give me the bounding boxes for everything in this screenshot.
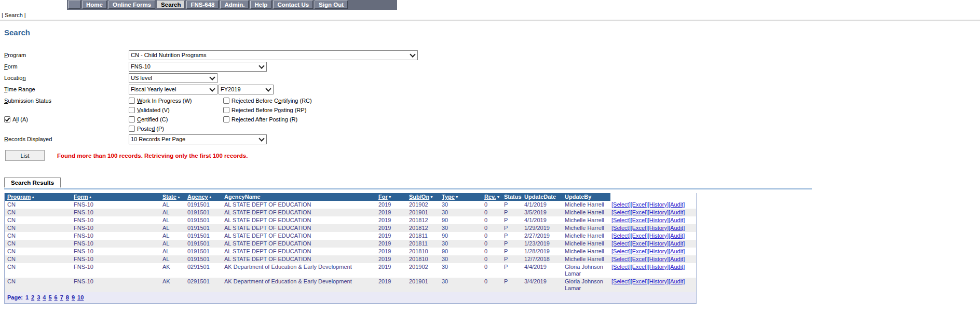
nav-item-help[interactable]: Help <box>250 1 271 9</box>
action-select-link[interactable]: [Select] <box>611 233 631 239</box>
page-link-1: 1 <box>25 294 29 301</box>
time-range-level-select[interactable]: Fiscal Yearly level <box>129 85 217 94</box>
breadcrumb-text[interactable]: | Search | <box>2 12 26 18</box>
action-excel-link[interactable]: [Excel] <box>631 225 648 231</box>
nav-item-sign-out[interactable]: Sign Out <box>315 1 348 9</box>
sort-desc-icon: ▼ <box>455 195 459 199</box>
actions-row: List Found more than 100 records. Retrie… <box>5 150 980 161</box>
page-link-6[interactable]: 6 <box>55 294 58 301</box>
action-audit-link[interactable]: [Audit] <box>669 264 685 270</box>
action-history-link[interactable]: [History] <box>648 201 669 208</box>
nav-item-admin[interactable]: Admin. <box>220 1 249 9</box>
action-audit-link[interactable]: [Audit] <box>669 225 685 231</box>
action-audit-link[interactable]: [Audit] <box>669 209 685 215</box>
dropdown-chevron-icon <box>209 86 215 91</box>
status-checkbox-rejected-before-posting[interactable]: Rejected Before Posting (RP) <box>223 105 312 115</box>
nav-item-contact-us[interactable]: Contact Us <box>273 1 313 9</box>
action-audit-link[interactable]: [Audit] <box>669 256 685 262</box>
nav-item-fns-648[interactable]: FNS-648 <box>186 1 219 9</box>
action-excel-link[interactable]: [Excel] <box>631 233 648 239</box>
page-link-4[interactable]: 4 <box>43 294 46 301</box>
page-link-8[interactable]: 8 <box>66 294 69 301</box>
checkbox-icon <box>129 98 135 104</box>
page-link-2[interactable]: 2 <box>31 294 34 301</box>
action-excel-link[interactable]: [Excel] <box>631 278 648 284</box>
time-range-year-select[interactable]: FY2019 <box>219 85 274 94</box>
action-audit-link[interactable]: [Audit] <box>669 201 685 208</box>
status-checkbox-rejected-before-certifying[interactable]: Rejected Before Certifying (RC) <box>223 96 312 105</box>
action-audit-link[interactable]: [Audit] <box>669 240 685 247</box>
nav-item-search[interactable]: Search <box>157 1 185 9</box>
action-excel-link[interactable]: [Excel] <box>631 201 648 208</box>
action-audit-link[interactable]: [Audit] <box>669 248 685 254</box>
action-history-link[interactable]: [History] <box>648 217 669 223</box>
search-results-section: Search Results Program▲Form▲State▲Agency… <box>4 176 980 304</box>
action-select-link[interactable]: [Select] <box>611 256 631 262</box>
action-history-link[interactable]: [History] <box>648 256 669 262</box>
action-select-link[interactable]: [Select] <box>611 225 631 231</box>
action-select-link[interactable]: [Select] <box>611 248 631 254</box>
action-history-link[interactable]: [History] <box>648 264 669 270</box>
sort-asc-icon: ▲ <box>31 195 35 199</box>
program-select[interactable]: CN - Child Nutrition Programs <box>129 50 418 60</box>
action-history-link[interactable]: [History] <box>648 248 669 254</box>
action-history-link[interactable]: [History] <box>648 209 669 215</box>
form-select[interactable]: FNS-10 <box>129 62 267 72</box>
action-select-link[interactable]: [Select] <box>611 278 631 284</box>
status-checkbox-all[interactable]: All (A) <box>4 115 129 124</box>
column-header-program[interactable]: Program▲ <box>5 193 73 201</box>
status-checkbox-work-in-progress[interactable]: Work In Progress (W) <box>129 96 223 105</box>
action-history-link[interactable]: [History] <box>648 233 669 239</box>
action-excel-link[interactable]: [Excel] <box>631 256 648 262</box>
page-link-9[interactable]: 9 <box>72 294 75 301</box>
page-link-3[interactable]: 3 <box>37 294 40 301</box>
checkbox-icon <box>129 107 135 113</box>
action-audit-link[interactable]: [Audit] <box>669 278 685 284</box>
action-history-link[interactable]: [History] <box>648 278 669 284</box>
column-header-rev[interactable]: Rev.▼ <box>483 193 503 201</box>
action-select-link[interactable]: [Select] <box>611 240 631 247</box>
results-table: Program▲Form▲State▲Agency▲AgencyNameFor▼… <box>5 193 696 292</box>
status-checkbox-posted[interactable]: Posted (P) <box>129 124 223 133</box>
column-header-state[interactable]: State▲ <box>161 193 186 201</box>
action-excel-link[interactable]: [Excel] <box>631 209 648 215</box>
action-excel-link[interactable]: [Excel] <box>631 264 648 270</box>
column-header-agency[interactable]: Agency▲ <box>186 193 223 201</box>
records-displayed-select[interactable]: 10 Records Per Page <box>129 134 267 144</box>
column-header-for[interactable]: For▼ <box>377 193 408 201</box>
nav-item-home[interactable]: Home <box>82 1 107 9</box>
location-select-value: US level <box>131 75 207 81</box>
action-select-link[interactable]: [Select] <box>611 217 631 223</box>
action-excel-link[interactable]: [Excel] <box>631 240 648 247</box>
page-link-10[interactable]: 10 <box>77 294 84 301</box>
action-history-link[interactable]: [History] <box>648 225 669 231</box>
sort-desc-icon: ▼ <box>388 195 392 199</box>
time-range-year-value: FY2019 <box>221 86 263 92</box>
action-select-link[interactable]: [Select] <box>611 264 631 270</box>
action-audit-link[interactable]: [Audit] <box>669 233 685 239</box>
action-history-link[interactable]: [History] <box>648 240 669 247</box>
column-header-sub-on[interactable]: Sub/On▼ <box>408 193 441 201</box>
status-checkbox-certified[interactable]: Certified (C) <box>129 115 223 124</box>
action-excel-link[interactable]: [Excel] <box>631 248 648 254</box>
dropdown-chevron-icon <box>258 63 264 69</box>
page-link-5[interactable]: 5 <box>48 294 51 301</box>
status-checkbox-validated[interactable]: Validated (V) <box>129 105 223 115</box>
list-button[interactable]: List <box>5 150 45 161</box>
page-link-7[interactable]: 7 <box>60 294 63 301</box>
results-body: CN FNS-10 AL 0191501 AL STATE DEPT OF ED… <box>5 201 696 292</box>
nav-item-online-forms[interactable]: Online Forms <box>108 1 155 9</box>
action-select-link[interactable]: [Select] <box>611 201 631 208</box>
column-header-form[interactable]: Form▲ <box>73 193 161 201</box>
breadcrumb: | Search | <box>0 10 980 20</box>
action-audit-link[interactable]: [Audit] <box>669 217 685 223</box>
action-excel-link[interactable]: [Excel] <box>631 217 648 223</box>
status-checkbox-rejected-after-posting[interactable]: Rejected After Posting (R) <box>223 115 312 124</box>
action-select-link[interactable]: [Select] <box>611 209 631 215</box>
tab-search-results[interactable]: Search Results <box>4 178 61 188</box>
table-row: CN FNS-10 AK 0291501 AK Department of Ed… <box>5 278 696 292</box>
column-header-type[interactable]: Type▼ <box>441 193 483 201</box>
location-select[interactable]: US level <box>129 73 217 83</box>
sort-asc-icon: ▲ <box>209 195 212 199</box>
column-header-updatedate: UpdateDate <box>523 193 564 201</box>
